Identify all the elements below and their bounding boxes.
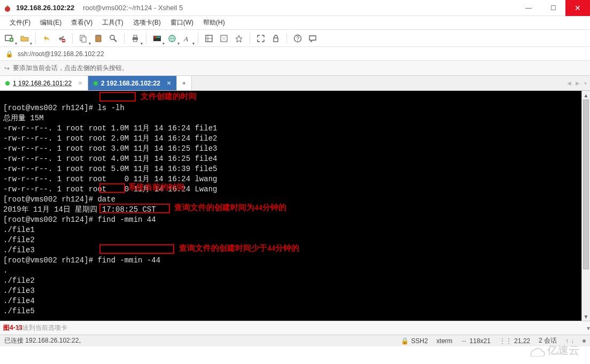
annotation-text: 系统当前的时间 xyxy=(128,182,184,192)
menu-bar: 文件(F) 编辑(E) 查看(V) 工具(T) 选项卡(B) 窗口(W) 帮助(… xyxy=(0,16,590,30)
svg-rect-16 xyxy=(158,36,160,38)
term-line: -rw-r--r--. 1 root root 2.0M 11月 14 16:2… xyxy=(3,134,217,143)
svg-rect-6 xyxy=(82,37,86,42)
term-line: [root@vms002 rh124]# ls -lh xyxy=(3,104,125,112)
terminal-output[interactable]: [root@vms002 rh124]# ls -lh 总用量 15M -rw-… xyxy=(0,91,590,329)
term-line: -rw-r--r--. 1 root root 5.0M 11月 14 16:3… xyxy=(3,165,217,173)
toolbar-separator xyxy=(72,33,73,44)
scroll-up-icon[interactable]: ▲ xyxy=(582,91,590,99)
svg-text:A: A xyxy=(183,35,188,43)
annotation-text: 文件创建的时间 xyxy=(141,91,197,102)
session-tab-1[interactable]: 1 192.168.26.101:22 ✕ xyxy=(0,76,88,90)
window-title-sub: root@vms002:~/rh124 - Xshell 5 xyxy=(83,4,183,12)
svg-rect-11 xyxy=(134,35,137,37)
tab-label: 1 192.168.26.101:22 xyxy=(13,80,72,87)
help-button[interactable]: ? xyxy=(291,32,304,45)
maximize-button[interactable]: ☐ xyxy=(541,0,565,16)
term-line: 总用量 15M xyxy=(3,114,44,122)
highlight-box xyxy=(99,92,136,102)
app-logo xyxy=(3,4,12,12)
status-bar: 已连接 192.168.26.102:22。 🔒SSH2 xterm ↔118x… xyxy=(0,335,590,346)
term-line: ./file3 xyxy=(3,286,35,295)
cap-icon xyxy=(583,339,586,343)
term-line: ./file2 xyxy=(3,236,35,244)
svg-point-9 xyxy=(110,35,114,40)
colorscheme-button[interactable] xyxy=(151,32,164,45)
cursor-icon: ⋮⋮ xyxy=(499,337,512,345)
term-line: -rw-r--r--. 1 root root 1.0M 11月 14 16:2… xyxy=(3,124,217,133)
term-line: . xyxy=(3,266,7,275)
menu-window[interactable]: 窗口(W) xyxy=(166,16,198,29)
watermark-icon xyxy=(526,345,545,357)
window-titlebar: 192.168.26.102:22 root@vms002:~/rh124 - … xyxy=(0,0,590,16)
disconnect-button[interactable] xyxy=(55,32,68,45)
menu-tools[interactable]: 工具(T) xyxy=(98,16,127,29)
toolbar: A ? xyxy=(0,30,590,47)
session-tab-2[interactable]: 2 192.168.26.102:22 ✕ xyxy=(88,76,177,90)
font-button[interactable]: A xyxy=(181,32,193,45)
term-line: ./file2 xyxy=(3,276,35,285)
open-button[interactable] xyxy=(18,32,31,45)
size-icon: ↔ xyxy=(461,337,468,345)
tab-prev-icon[interactable]: ◀ xyxy=(567,80,571,86)
tab-menu-icon[interactable]: ▾ xyxy=(584,80,587,86)
toolbar-separator xyxy=(124,33,125,44)
transparent-button[interactable] xyxy=(218,32,230,45)
menu-help[interactable]: 帮助(H) xyxy=(199,16,229,29)
highlight-box xyxy=(99,244,174,254)
toolbar-separator xyxy=(286,33,287,44)
expand-button[interactable] xyxy=(254,32,267,45)
fullscreen-button[interactable] xyxy=(203,32,215,45)
print-button[interactable] xyxy=(129,32,142,45)
scroll-track[interactable] xyxy=(582,99,590,312)
svg-rect-8 xyxy=(97,35,100,36)
chat-button[interactable] xyxy=(306,32,319,45)
term-line: ./file4 xyxy=(3,297,35,305)
highlight-box xyxy=(99,204,170,213)
tab-close-icon[interactable]: ✕ xyxy=(78,80,82,86)
hint-bar: ↪ 要添加当前会话，点击左侧的箭头按钮。 xyxy=(0,61,590,76)
svg-rect-4 xyxy=(63,40,65,41)
hint-arrow-icon[interactable]: ↪ xyxy=(4,65,10,72)
terminal-area[interactable]: [root@vms002 rh124]# ls -lh 总用量 15M -rw-… xyxy=(0,91,590,321)
lock-icon: 🔒 xyxy=(5,50,13,58)
terminal-scrollbar[interactable]: ▲ ▼ xyxy=(581,91,590,321)
menu-view[interactable]: 查看(V) xyxy=(67,16,97,29)
term-line: [root@vms002 rh124]# find -mmin -44 xyxy=(3,256,160,265)
lock-icon: 🔒 xyxy=(401,337,409,345)
tab-next-icon[interactable]: ▶ xyxy=(576,80,580,86)
menu-edit[interactable]: 编辑(E) xyxy=(36,16,66,29)
close-button[interactable]: ✕ xyxy=(565,0,590,16)
hint-text: 要添加当前会话，点击左侧的箭头按钮。 xyxy=(13,64,128,73)
svg-text:?: ? xyxy=(296,36,299,42)
term-line: ./file5 xyxy=(3,307,35,315)
svg-point-0 xyxy=(5,6,10,12)
status-connection: 已连接 192.168.26.102:22。 xyxy=(4,336,85,345)
status-termtype: xterm xyxy=(437,337,453,345)
add-tab-button[interactable]: + xyxy=(177,76,192,90)
scroll-down-icon[interactable]: ▼ xyxy=(582,312,590,321)
term-line: [root@vms002 rh124]# find -mmin 44 xyxy=(3,215,156,224)
encoding-button[interactable] xyxy=(166,32,178,45)
copy-button[interactable] xyxy=(77,32,90,45)
tab-close-icon[interactable]: ✕ xyxy=(167,80,171,86)
window-title-main: 192.168.26.102:22 xyxy=(16,4,74,12)
menu-file[interactable]: 文件(F) xyxy=(5,16,35,29)
paste-button[interactable] xyxy=(92,32,105,45)
svg-rect-21 xyxy=(274,38,278,42)
scroll-thumb[interactable] xyxy=(583,99,589,269)
address-url[interactable]: ssh://root@192.168.26.102:22 xyxy=(18,50,104,58)
ontop-button[interactable] xyxy=(232,32,245,45)
reconnect-button[interactable] xyxy=(40,32,53,45)
new-session-button[interactable] xyxy=(3,32,16,45)
lock-button[interactable] xyxy=(269,32,282,45)
minimize-button[interactable]: — xyxy=(516,0,541,16)
find-button[interactable] xyxy=(107,32,120,45)
toolbar-separator xyxy=(146,33,146,44)
toolbar-separator xyxy=(198,33,198,44)
term-line: -rw-r--r--. 1 root root 4.0M 11月 14 16:2… xyxy=(3,154,217,163)
term-line: [root@vms002 rh124]# date xyxy=(3,195,115,204)
tab-label: 2 192.168.26.102:22 xyxy=(101,80,160,87)
menu-tabs[interactable]: 选项卡(B) xyxy=(129,16,165,29)
term-line: -rw-r--r--. 1 root root 3.0M 11月 14 16:2… xyxy=(3,144,217,153)
